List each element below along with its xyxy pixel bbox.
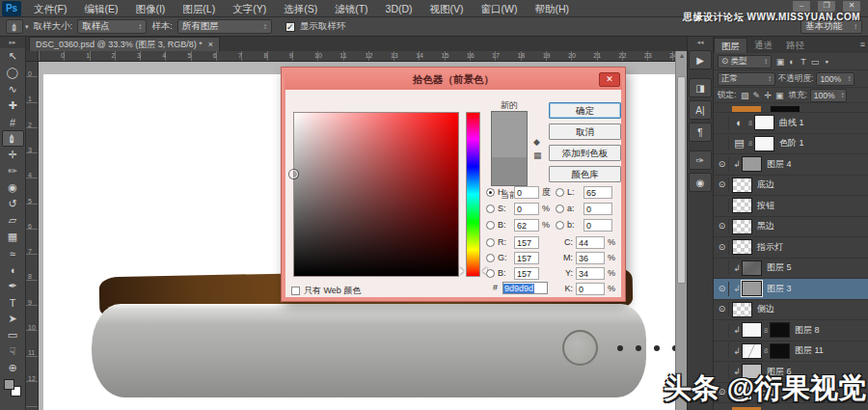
paragraph-panel-icon[interactable]: ¶	[689, 123, 712, 142]
marquee-tool[interactable]: ◯	[2, 65, 24, 81]
menu-item-T[interactable]: 滤镜(T)	[326, 0, 376, 17]
eraser-tool[interactable]: ▱	[2, 212, 24, 229]
layer-visibility-toggle[interactable]	[716, 343, 729, 358]
layer-visibility-toggle[interactable]: ⊙	[716, 219, 729, 233]
lock-all-icon[interactable]: ▣	[773, 91, 785, 100]
l-input[interactable]: 65	[583, 186, 612, 199]
shape-tool[interactable]: ▭	[2, 327, 24, 343]
shape-filter-icon[interactable]: ▭	[809, 57, 821, 67]
layer-thumbnail[interactable]	[732, 219, 752, 234]
layer-row[interactable]: ⊙↲图层 4	[714, 154, 868, 176]
panel-tab-路径[interactable]: 路径	[779, 38, 811, 53]
gamut-warning-icon[interactable]: ◆	[533, 137, 540, 147]
smart-object-filter-icon[interactable]: ▪	[821, 57, 832, 67]
tool-preset-caret-icon[interactable]: ▾	[25, 23, 29, 31]
layer-visibility-toggle[interactable]	[716, 136, 729, 150]
dialog-title-bar[interactable]: 拾色器（前景色） ✕	[285, 70, 622, 90]
fill-dropdown[interactable]: 100%↕	[810, 89, 847, 102]
tab-close-icon[interactable]: ×	[208, 38, 213, 51]
web-colors-only-checkbox[interactable]	[291, 287, 300, 295]
l-radio[interactable]	[556, 188, 564, 197]
cancel-button[interactable]: 取消	[549, 123, 621, 140]
layer-visibility-toggle[interactable]: ⊙	[716, 157, 729, 172]
opacity-dropdown[interactable]: 100%↕	[816, 72, 854, 86]
quick-selection-tool[interactable]: ✚	[2, 97, 24, 114]
type-tool[interactable]: T	[2, 294, 24, 311]
adjustment-filter-icon[interactable]: ◐	[786, 57, 798, 67]
color-field-marker[interactable]	[289, 170, 298, 178]
r-radio[interactable]	[486, 238, 495, 247]
layer-visibility-toggle[interactable]: ⊙	[716, 282, 729, 296]
sample-dropdown[interactable]: 所有图层↕	[177, 19, 272, 34]
layer-row[interactable]: ↲图层 5	[714, 259, 868, 280]
layer-visibility-toggle[interactable]: ⊙	[716, 302, 729, 316]
layer-row[interactable]: ⊙指示灯	[714, 237, 868, 259]
layer-thumbnail[interactable]	[732, 302, 752, 317]
layer-filter-type-dropdown[interactable]: ⊙ 类型 ↕	[718, 55, 772, 68]
foreground-background-swatches[interactable]	[4, 379, 21, 396]
history-brush-tool[interactable]: ↺	[2, 196, 24, 212]
layer-mask-thumbnail[interactable]	[770, 343, 790, 359]
layer-thumbnail[interactable]	[742, 322, 762, 338]
lock-pixels-icon[interactable]: ✎	[750, 91, 762, 100]
b2-input[interactable]: 157	[514, 267, 539, 280]
s-radio[interactable]	[486, 205, 495, 213]
layer-visibility-toggle[interactable]	[716, 116, 729, 130]
menu-item-L[interactable]: 图层(L)	[174, 0, 224, 17]
brush-tool[interactable]: ✏	[2, 163, 24, 179]
show-sampling-ring-checkbox[interactable]: ✓	[285, 22, 295, 32]
layer-row[interactable]: ⊙↲图层 3	[714, 279, 868, 300]
g-radio[interactable]	[486, 254, 495, 262]
eyedropper-tool[interactable]: ✎	[2, 130, 24, 147]
ok-button[interactable]: 确定	[549, 102, 621, 119]
layer-thumbnail[interactable]	[732, 178, 752, 193]
layer-visibility-toggle[interactable]: ⊙	[716, 240, 729, 255]
dialog-close-button[interactable]: ✕	[599, 72, 620, 87]
s-input[interactable]: 0	[514, 203, 539, 215]
layer-row[interactable]: ▤8色阶 1	[714, 134, 868, 155]
web-color-cube-icon[interactable]: ▦	[533, 150, 542, 160]
saturation-brightness-field[interactable]	[293, 112, 459, 277]
layer-mask-thumbnail[interactable]	[754, 136, 774, 151]
color-libraries-button[interactable]: 颜色库	[549, 166, 621, 182]
dock-collapse-icon[interactable]: ◂◂	[688, 37, 713, 47]
layer-thumbnail[interactable]	[742, 281, 762, 296]
hue-slider[interactable]	[466, 112, 480, 277]
menu-item-E[interactable]: 编辑(E)	[75, 0, 126, 17]
menu-item-W[interactable]: 窗口(W)	[473, 0, 527, 17]
a-input[interactable]: 0	[583, 203, 612, 215]
eyedropper-tool-badge-icon[interactable]: ✎	[6, 19, 23, 34]
layer-row[interactable]: ⊙侧边	[714, 300, 868, 321]
layer-visibility-toggle[interactable]	[716, 199, 729, 213]
layer-row[interactable]: ◐8曲线 1	[714, 113, 868, 134]
layer-row-partial[interactable]	[714, 103, 868, 113]
h-radio[interactable]	[486, 188, 495, 197]
layer-mask-thumbnail[interactable]	[754, 115, 774, 130]
path-selection-tool[interactable]: ➤	[2, 311, 24, 327]
clone-source-panel-icon[interactable]: ◉	[689, 173, 712, 192]
bb-radio[interactable]	[556, 221, 564, 230]
hand-tool[interactable]: ☟	[2, 343, 24, 360]
character-panel-icon[interactable]: A|	[689, 100, 712, 120]
menu-item-Y[interactable]: 文字(Y)	[224, 0, 275, 17]
layer-thumbnail[interactable]	[732, 239, 752, 255]
layer-thumbnail[interactable]	[732, 198, 752, 213]
clone-stamp-tool[interactable]: ◉	[2, 179, 24, 196]
layer-visibility-toggle[interactable]	[716, 323, 729, 338]
lock-position-icon[interactable]: ✛	[762, 91, 773, 100]
panel-tab-通道[interactable]: 通道	[747, 38, 779, 53]
y-input[interactable]: 34	[576, 267, 605, 280]
gradient-tool[interactable]: ▦	[2, 229, 24, 245]
layer-visibility-toggle[interactable]: ⊙	[716, 178, 729, 192]
m-input[interactable]: 36	[576, 252, 605, 264]
menu-item-F[interactable]: 文件(F)	[25, 0, 75, 17]
bb-input[interactable]: 0	[583, 219, 612, 232]
menu-item-H[interactable]: 帮助(H)	[527, 0, 579, 17]
layer-mask-thumbnail[interactable]	[770, 322, 790, 338]
b-input[interactable]: 62	[514, 219, 539, 232]
layer-thumbnail[interactable]	[742, 260, 762, 276]
layer-visibility-toggle[interactable]	[716, 260, 729, 275]
crop-tool[interactable]: #	[2, 114, 24, 130]
layer-row[interactable]: 按钮	[714, 196, 868, 217]
layer-row[interactable]: ↲8图层 11	[714, 342, 868, 363]
